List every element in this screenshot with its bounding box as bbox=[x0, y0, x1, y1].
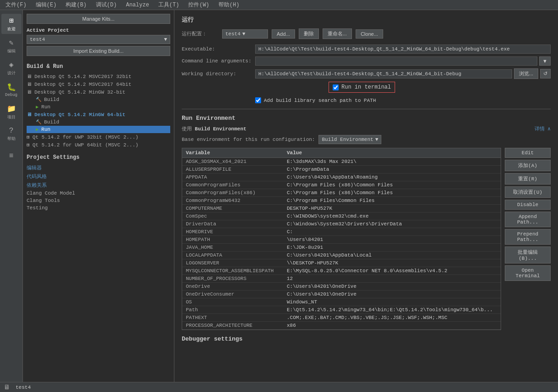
env-val-cell: C:\WINDOWS\system32\cmd.exe bbox=[283, 213, 501, 220]
import-build-button[interactable]: Import Existing Build... bbox=[27, 46, 170, 56]
settings-item-dependencies[interactable]: 依赖关系 bbox=[27, 181, 170, 190]
icon-bar-design[interactable]: ◈ 设计 bbox=[1, 58, 22, 78]
working-dir-input[interactable] bbox=[255, 69, 512, 78]
delete-config-button[interactable]: 删除 bbox=[299, 28, 319, 39]
status-monitor-icon: 🖥 bbox=[4, 384, 10, 391]
kit-item-mingw32[interactable]: 🖥 Desktop Qt 5.14.2 MinGW 32-bit bbox=[27, 88, 170, 96]
env-btn-7[interactable]: 批量编辑(B)... bbox=[505, 246, 551, 263]
table-row[interactable]: OneDrive C:\Users\84201\OneDrive bbox=[182, 283, 501, 291]
menu-item-build[interactable]: 构建(B) bbox=[64, 0, 89, 10]
table-row[interactable]: DriverData C:\Windows\System32\Drivers\D… bbox=[182, 220, 501, 228]
kit-sub-mingw32-run[interactable]: ▶ Run bbox=[27, 103, 170, 111]
reset-button[interactable]: ↺ bbox=[540, 69, 551, 78]
env-btn-0[interactable]: Edit bbox=[505, 148, 551, 158]
table-row[interactable]: OS Windows_NT bbox=[182, 298, 501, 306]
env-btn-2[interactable]: 重置(R) bbox=[505, 173, 551, 185]
env-btn-8[interactable]: Open Terminal bbox=[505, 265, 551, 281]
debugger-section: Debugger settings bbox=[182, 336, 551, 342]
table-row[interactable]: APPDATA C:\Users\84201\AppData\Roaming bbox=[182, 174, 501, 181]
kit-sub-mingw32-build[interactable]: 🔨 Build bbox=[27, 96, 170, 103]
table-row[interactable]: JAVA_HOME E:\JDK-8u291 bbox=[182, 244, 501, 252]
menu-item-edit[interactable]: 编辑(E) bbox=[34, 0, 59, 10]
env-val-cell: C: bbox=[283, 228, 501, 235]
status-bar: 🖥 test4 bbox=[0, 382, 558, 392]
kit-item-uwp64[interactable]: ⊞ Qt 5.14.2 for UWP 64bit (MSVC 2...) bbox=[27, 141, 170, 149]
icon-bar-welcome[interactable]: ⊞ 欢迎 bbox=[1, 14, 22, 34]
cmd-args-expand-button[interactable]: ▼ bbox=[539, 56, 551, 66]
menu-item-file[interactable]: 文件(F) bbox=[4, 0, 28, 10]
kit-item-mingw64[interactable]: 🖥 Desktop Qt 5.14.2 MinGW 64-bit bbox=[27, 111, 170, 118]
manage-kits-button[interactable]: Manage Kits... bbox=[27, 14, 170, 24]
menu-item-help[interactable]: 帮助(H) bbox=[217, 0, 241, 10]
settings-item-testing[interactable]: Testing bbox=[27, 204, 170, 212]
browse-button[interactable]: 浏览... bbox=[514, 68, 538, 79]
design-label: 设计 bbox=[7, 70, 16, 76]
icon-bar-help[interactable]: ? 帮助 bbox=[1, 124, 22, 144]
env-val-cell: .COM;.EXE;.BAT;.CMD;.VBS;.VBE;.JS;.JSE;.… bbox=[283, 314, 501, 321]
table-row[interactable]: OneDriveConsumer C:\Users\84201\OneDrive bbox=[182, 291, 501, 298]
table-row[interactable]: COMPUTERNAME DESKTOP-HPU527K bbox=[182, 205, 501, 213]
table-row[interactable]: MYSQLCONNECTOR_ASSEMBLIESPATH E:\MySQL-8… bbox=[182, 267, 501, 275]
icon-bar-edit[interactable]: ✎ 编辑 bbox=[1, 36, 22, 56]
build-run-title: Build & Run bbox=[27, 63, 170, 70]
settings-item-codestyle[interactable]: 代码风格 bbox=[27, 172, 170, 181]
uwp-icon: ⊞ bbox=[27, 134, 30, 140]
env-btn-5[interactable]: Append Path... bbox=[505, 212, 551, 227]
table-row[interactable]: ALLUSERSPROFILE C:\ProgramData bbox=[182, 166, 501, 174]
table-row[interactable]: HOMEDRIVE C: bbox=[182, 228, 501, 236]
cmd-args-input[interactable] bbox=[255, 56, 537, 66]
kit-sub-mingw64-build[interactable]: 🔨 Build bbox=[27, 118, 170, 126]
env-btn-1[interactable]: 添加(A) bbox=[505, 160, 551, 171]
env-var-cell: NUMBER_OF_PROCESSORS bbox=[182, 275, 283, 282]
rename-config-button[interactable]: 重命名... bbox=[323, 28, 352, 39]
run-in-terminal-row: Run in terminal bbox=[255, 82, 551, 95]
details-link[interactable]: 详情 ∧ bbox=[535, 125, 551, 132]
table-row[interactable]: LOGONSERVER \\DESKTOP-HPU527K bbox=[182, 259, 501, 267]
table-row[interactable]: NUMBER_OF_PROCESSORS 12 bbox=[182, 275, 501, 283]
executable-input[interactable] bbox=[255, 45, 551, 54]
settings-item-editor[interactable]: 编辑器 bbox=[27, 163, 170, 172]
project-dropdown[interactable]: test4 ▼ bbox=[27, 35, 170, 44]
menu-item-debug[interactable]: 调试(D) bbox=[94, 0, 119, 10]
settings-item-clang-code-model[interactable]: Clang Code Model bbox=[27, 190, 170, 197]
run-in-terminal-checkbox[interactable] bbox=[333, 84, 339, 90]
menu-item-controls[interactable]: 控件(W) bbox=[186, 0, 211, 10]
env-btn-6[interactable]: Prepend Path... bbox=[505, 229, 551, 245]
icon-bar-project[interactable]: 📁 项目 bbox=[1, 102, 22, 122]
table-row[interactable]: PROCESSOR_ARCHITECTURE x86 bbox=[182, 322, 501, 330]
env-btn-3[interactable]: 取消设置(U) bbox=[505, 186, 551, 198]
dropdown-arrow-icon: ▼ bbox=[375, 137, 379, 142]
active-project-label: Active Project bbox=[27, 28, 170, 33]
play-icon: ▶ bbox=[36, 127, 39, 132]
add-config-button[interactable]: Add... bbox=[272, 29, 295, 39]
edit-label: 编辑 bbox=[7, 48, 16, 54]
table-row[interactable]: CommonProgramFiles C:\Program Files (x86… bbox=[182, 181, 501, 189]
clone-config-button[interactable]: Clone... bbox=[356, 29, 383, 39]
base-env-dropdown[interactable]: Build Environment ▼ bbox=[318, 135, 381, 144]
debug-label: Debug bbox=[5, 93, 17, 97]
env-btn-4[interactable]: Disable bbox=[505, 200, 551, 210]
icon-bar-debug[interactable]: 🐛 Debug bbox=[1, 80, 22, 100]
kit-sub-mingw64-run[interactable]: ▶ Run bbox=[27, 126, 170, 133]
kit-item-msvc2017-64[interactable]: 🖥 Desktop Qt 5.14.2 MSVC2017 64bit bbox=[27, 80, 170, 88]
env-val-cell: C:\Program Files (x86)\Common Files bbox=[283, 189, 501, 196]
table-row[interactable]: HOMEPATH \Users\84201 bbox=[182, 236, 501, 244]
env-var-cell: HOMEPATH bbox=[182, 236, 283, 243]
menu-item-analyze[interactable]: Analyze bbox=[124, 1, 151, 9]
table-row[interactable]: CommonProgramFiles(x86) C:\Program Files… bbox=[182, 189, 501, 197]
table-row[interactable]: LOCALAPPDATA C:\Users\84201\AppData\Loca… bbox=[182, 252, 501, 259]
table-row[interactable]: Path E:\Qt5.14.2\5.14.2\mingw73_64\bin;E… bbox=[182, 306, 501, 314]
env-val-cell: C:\Users\84201\OneDrive bbox=[283, 291, 501, 298]
status-project-name: test4 bbox=[16, 385, 31, 390]
menu-item-tools[interactable]: 工具(T) bbox=[156, 0, 181, 10]
add-build-lib-checkbox[interactable] bbox=[255, 97, 261, 103]
settings-item-clang-tools[interactable]: Clang Tools bbox=[27, 197, 170, 204]
kit-item-uwp32[interactable]: ⊞ Qt 5.14.2 for UWP 32bit (MSVC 2...) bbox=[27, 133, 170, 141]
kit-item-msvc2017-32[interactable]: 🖥 Desktop Qt 5.14.2 MSVC2017 32bit bbox=[27, 73, 170, 80]
table-row[interactable]: ADSK_3DSMAX_x64_2021 E:\3dsMAX\3ds Max 2… bbox=[182, 158, 501, 166]
table-row[interactable]: PATHEXT .COM;.EXE;.BAT;.CMD;.VBS;.VBE;.J… bbox=[182, 314, 501, 322]
table-row[interactable]: ComSpec C:\WINDOWS\system32\cmd.exe bbox=[182, 213, 501, 220]
icon-bar-log[interactable]: ≡ bbox=[1, 146, 22, 166]
run-config-dropdown[interactable]: test4 ▼ bbox=[222, 29, 268, 39]
table-row[interactable]: CommonProgramW6432 C:\Program Files\Comm… bbox=[182, 197, 501, 205]
